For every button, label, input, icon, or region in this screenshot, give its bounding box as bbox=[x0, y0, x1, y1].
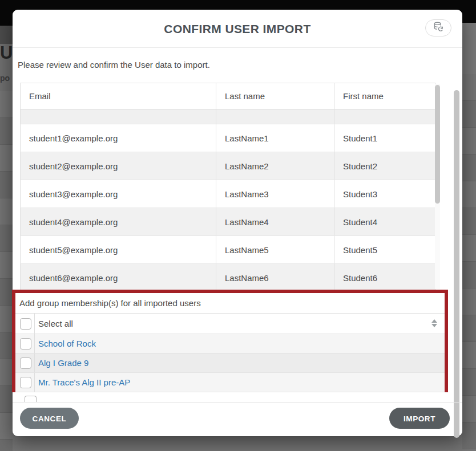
group-link[interactable]: School of Rock bbox=[38, 334, 96, 353]
group-membership-label: Add group membership(s) for all imported… bbox=[15, 293, 445, 314]
group-checkbox-cell bbox=[15, 334, 35, 353]
select-all-row[interactable]: Select all bbox=[15, 314, 445, 334]
sort-icon[interactable] bbox=[431, 319, 437, 327]
table-cell: Student4 bbox=[334, 208, 435, 236]
table-cell: student1@example.org bbox=[21, 124, 216, 152]
table-cell: student5@example.org bbox=[21, 236, 216, 264]
background-text-fragment: po bbox=[0, 74, 10, 83]
group-row[interactable]: School of Rock bbox=[15, 334, 445, 354]
table-cell bbox=[334, 109, 435, 124]
table-row bbox=[21, 109, 435, 124]
background-right-rows bbox=[462, 74, 476, 451]
table-header-row: Email Last name First name bbox=[21, 83, 435, 109]
background-left-dark-band bbox=[0, 26, 13, 44]
user-table: Email Last name First name student1@exam… bbox=[20, 83, 435, 290]
group-link[interactable]: Alg I Grade 9 bbox=[38, 354, 88, 372]
table-cell: LastName5 bbox=[216, 236, 334, 264]
group-link[interactable]: Mr. Trace's Alg II pre-AP bbox=[38, 373, 130, 392]
screen: Us po CONFIRM USER IMPORT bbox=[0, 0, 476, 451]
table-cell: student6@example.org bbox=[21, 264, 216, 290]
partial-group-checkbox[interactable] bbox=[25, 396, 37, 402]
modal-scrollbar[interactable] bbox=[454, 50, 461, 415]
table-cell: student4@example.org bbox=[21, 208, 216, 236]
select-all-label: Select all bbox=[38, 314, 73, 334]
column-header-last-name: Last name bbox=[216, 83, 334, 109]
user-table-body: student1@example.orgLastName1Student1stu… bbox=[21, 109, 435, 290]
table-cell: student2@example.org bbox=[21, 152, 216, 180]
group-checkbox-cell bbox=[15, 354, 35, 372]
table-cell: Student5 bbox=[334, 236, 435, 264]
group-checkbox[interactable] bbox=[20, 357, 31, 369]
table-cell: LastName1 bbox=[216, 124, 334, 152]
table-row: student2@example.orgLastName2Student2 bbox=[21, 152, 435, 180]
group-membership-section: Add group membership(s) for all imported… bbox=[12, 290, 448, 392]
background-right-strip bbox=[462, 23, 476, 451]
table-cell: LastName4 bbox=[216, 208, 334, 236]
select-all-checkbox[interactable] bbox=[20, 318, 31, 330]
import-tool-button[interactable] bbox=[425, 19, 451, 36]
modal-scrollbar-thumb[interactable] bbox=[454, 90, 459, 438]
column-header-first-name: First name bbox=[334, 83, 435, 109]
group-list: School of RockAlg I Grade 9Mr. Trace's A… bbox=[15, 334, 445, 392]
intro-text: Please review and confirm the User data … bbox=[18, 60, 210, 70]
table-cell: Student6 bbox=[334, 264, 435, 290]
table-row: student4@example.orgLastName4Student4 bbox=[21, 208, 435, 236]
sort-up-arrow-icon bbox=[431, 319, 437, 323]
table-cell: Student2 bbox=[334, 152, 435, 180]
database-refresh-icon bbox=[433, 21, 444, 35]
confirm-user-import-modal: CONFIRM USER IMPORT Please review and co… bbox=[13, 10, 462, 436]
table-cell: Student1 bbox=[334, 124, 435, 152]
table-scrollbar[interactable] bbox=[435, 84, 440, 289]
select-all-checkbox-cell bbox=[15, 314, 35, 334]
group-checkbox-cell bbox=[15, 373, 35, 392]
background-left-rows bbox=[0, 91, 13, 451]
group-row[interactable]: Mr. Trace's Alg II pre-AP bbox=[15, 373, 445, 392]
table-cell bbox=[21, 109, 216, 124]
table-cell: LastName2 bbox=[216, 152, 334, 180]
sort-down-arrow-icon bbox=[431, 324, 437, 327]
modal-title: CONFIRM USER IMPORT bbox=[13, 10, 462, 48]
table-cell: LastName6 bbox=[216, 264, 334, 290]
group-checkbox[interactable] bbox=[20, 377, 31, 388]
footer-divider bbox=[13, 402, 462, 403]
modal-header: CONFIRM USER IMPORT bbox=[13, 10, 462, 48]
group-checkbox[interactable] bbox=[20, 338, 31, 350]
background-left-strip: Us po bbox=[0, 26, 13, 451]
column-header-email: Email bbox=[21, 83, 216, 109]
table-row: student6@example.orgLastName6Student6 bbox=[21, 264, 435, 290]
import-button[interactable]: IMPORT bbox=[389, 408, 450, 429]
table-cell: LastName3 bbox=[216, 180, 334, 208]
table-row: student1@example.orgLastName1Student1 bbox=[21, 124, 435, 152]
table-scrollbar-thumb[interactable] bbox=[435, 85, 440, 204]
table-cell: Student3 bbox=[334, 180, 435, 208]
table-row: student5@example.orgLastName5Student5 bbox=[21, 236, 435, 264]
table-row: student3@example.orgLastName3Student3 bbox=[21, 180, 435, 208]
table-cell bbox=[216, 109, 334, 124]
cancel-button[interactable]: CANCEL bbox=[20, 408, 79, 429]
user-table-container: Email Last name First name student1@exam… bbox=[20, 83, 440, 290]
group-row[interactable]: Alg I Grade 9 bbox=[15, 354, 445, 373]
table-cell: student3@example.org bbox=[21, 180, 216, 208]
